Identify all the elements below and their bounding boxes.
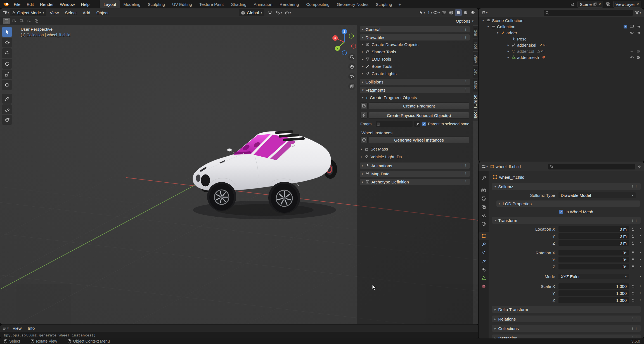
tool-add-cube[interactable]: [2, 115, 12, 125]
unlink-scene-icon[interactable]: ×: [599, 2, 601, 6]
tree-row-adder-mesh[interactable]: ▸ adder.mesh: [479, 54, 644, 60]
breadcrumb[interactable]: wheel_lf.child: [490, 164, 521, 169]
shading-material-button[interactable]: [462, 9, 469, 16]
info-menu-view[interactable]: View: [10, 326, 24, 331]
hide-eye-icon[interactable]: [630, 31, 634, 35]
panel-fragments[interactable]: ▾ Fragments ⋮⋮: [360, 87, 470, 93]
drag-handle-icon[interactable]: ⋮⋮: [631, 218, 638, 222]
panel-instancing[interactable]: ▸ Instancing ⋮⋮: [492, 335, 641, 338]
lock-icon[interactable]: [629, 258, 637, 262]
lock-icon[interactable]: [629, 292, 637, 295]
create-fragment-button[interactable]: Create Fragment: [369, 102, 469, 109]
info-menu-info[interactable]: Info: [25, 326, 37, 331]
rotation-mode-dropdown[interactable]: XYZ Euler ▾: [558, 274, 629, 279]
car-model[interactable]: [191, 127, 337, 222]
panel-sollumz[interactable]: ▾ Sollumz ⋮⋮: [492, 183, 641, 190]
create-physics-bones-button[interactable]: Create Physics Bones at Object(s): [369, 112, 469, 119]
outliner-search-input[interactable]: [544, 10, 633, 16]
menu-view[interactable]: View: [47, 9, 61, 16]
tool-scale[interactable]: [2, 70, 12, 79]
tab-animation[interactable]: Animation: [250, 0, 276, 8]
select-mode-new[interactable]: [3, 18, 10, 24]
animate-decorator[interactable]: •: [637, 284, 644, 288]
outliner-editor-type-button[interactable]: ▾: [481, 9, 488, 16]
drag-handle-icon[interactable]: ⋮⋮: [631, 185, 638, 188]
select-mode-invert[interactable]: [25, 18, 32, 24]
filter-icon[interactable]: ▾: [635, 9, 641, 16]
add-workspace-button[interactable]: +: [396, 0, 404, 8]
object-name-row[interactable]: wheel_lf.child: [493, 174, 641, 180]
tab-sculpting[interactable]: Sculpting: [144, 0, 169, 8]
tab-constraints[interactable]: [479, 265, 489, 274]
sidebar-tab-item[interactable]: Item: [473, 26, 479, 39]
disable-render-icon[interactable]: [636, 31, 641, 35]
subpanel-vehicle-light-ids[interactable]: ▸ Vehicle Light IDs: [361, 154, 470, 159]
menu-file[interactable]: File: [11, 0, 23, 8]
tab-object[interactable]: [479, 232, 489, 240]
tab-texture-paint[interactable]: Texture Paint: [196, 0, 228, 8]
disable-render-icon[interactable]: [636, 49, 641, 53]
wheel-icon[interactable]: [360, 137, 368, 143]
scene-selector[interactable]: Scene ×: [577, 1, 603, 8]
location-x-field[interactable]: 0 m: [558, 226, 629, 232]
drag-handle-icon[interactable]: ⋮⋮: [631, 326, 638, 330]
drag-handle-icon[interactable]: ⋮⋮: [460, 180, 468, 184]
blender-logo-icon[interactable]: [3, 1, 10, 7]
perspective-toggle-icon[interactable]: [348, 83, 356, 90]
tab-modifiers[interactable]: [479, 240, 489, 249]
panel-collisions[interactable]: ▸ Collisions ⋮⋮: [360, 79, 470, 85]
location-z-field[interactable]: 0 m: [558, 240, 629, 246]
new-scene-icon[interactable]: [593, 3, 597, 6]
tree-row-adder[interactable]: ▾ adder: [479, 30, 644, 36]
sidebar-tab-dev[interactable]: Dev: [473, 66, 479, 78]
tab-geometry-nodes[interactable]: Geometry Nodes: [333, 0, 372, 8]
tab-view-layer[interactable]: [479, 203, 489, 211]
transform-orientation-dropdown[interactable]: Global ▾: [239, 9, 264, 16]
tool-measure[interactable]: [2, 104, 12, 114]
drag-handle-icon[interactable]: ⋮⋮: [460, 164, 468, 168]
subpanel-shader-tools[interactable]: ▸ Shader Tools: [362, 49, 470, 54]
lock-icon[interactable]: [629, 251, 637, 255]
fragment-icon[interactable]: [360, 102, 368, 109]
animate-decorator[interactable]: •: [637, 291, 644, 295]
tool-select-box[interactable]: [2, 27, 12, 37]
camera-view-icon[interactable]: [348, 73, 356, 80]
tab-scripting[interactable]: Scripting: [372, 0, 396, 8]
shading-wireframe-button[interactable]: [448, 9, 454, 16]
select-mode-subtract[interactable]: [18, 18, 25, 24]
select-mode-intersect[interactable]: [33, 18, 40, 24]
lock-icon[interactable]: [629, 241, 637, 245]
tab-tool[interactable]: [479, 174, 489, 182]
tree-row-collection[interactable]: ▾ Collection ✓: [479, 23, 644, 30]
subpanel-create-drawable-objects[interactable]: ▸ Create Drawable Objects: [362, 42, 470, 47]
subpanel-set-mass[interactable]: ▸ Set Mass: [361, 146, 470, 152]
lock-icon[interactable]: [629, 285, 637, 288]
tool-rotate[interactable]: [2, 59, 12, 69]
tab-layout[interactable]: Layout: [100, 0, 120, 8]
subpanel-create-lights[interactable]: ▸ Create Lights: [362, 71, 470, 76]
mode-dropdown[interactable]: Object Mode ▾: [10, 9, 47, 16]
animate-decorator[interactable]: •: [637, 274, 644, 278]
drag-handle-icon[interactable]: ⋮⋮: [460, 88, 468, 92]
pan-hand-icon[interactable]: [348, 63, 356, 70]
location-y-field[interactable]: 0 m: [558, 233, 629, 239]
rotation-x-field[interactable]: 0°: [558, 250, 629, 255]
tab-compositing[interactable]: Compositing: [303, 0, 333, 8]
info-log-line[interactable]: bpy.ops.sollumz.generate_wheel_instances…: [0, 332, 479, 338]
tool-cursor[interactable]: [2, 38, 12, 47]
hidden-eye-icon[interactable]: [630, 49, 634, 53]
select-mode-extend[interactable]: [10, 18, 17, 24]
zoom-icon[interactable]: [348, 53, 356, 61]
subpanel-lod-tools[interactable]: ▸ LOD Tools: [362, 56, 470, 62]
drag-handle-icon[interactable]: ⋮⋮: [460, 172, 468, 176]
subpanel-create-fragment-objects[interactable]: ▾ + Create Fragment Objects: [362, 95, 470, 100]
tab-particles[interactable]: [479, 249, 489, 257]
viewport-canvas[interactable]: User Perspective (1) Collection | wheel_…: [0, 25, 479, 324]
generate-wheel-instances-button[interactable]: Generate Wheel Instances: [369, 137, 469, 143]
menu-window[interactable]: Window: [57, 0, 78, 8]
tab-object-data[interactable]: [479, 274, 489, 282]
animate-decorator[interactable]: •: [637, 227, 644, 231]
lock-icon[interactable]: [629, 234, 637, 238]
animate-decorator[interactable]: •: [637, 298, 644, 302]
overlays-dropdown[interactable]: ▾: [433, 9, 440, 16]
